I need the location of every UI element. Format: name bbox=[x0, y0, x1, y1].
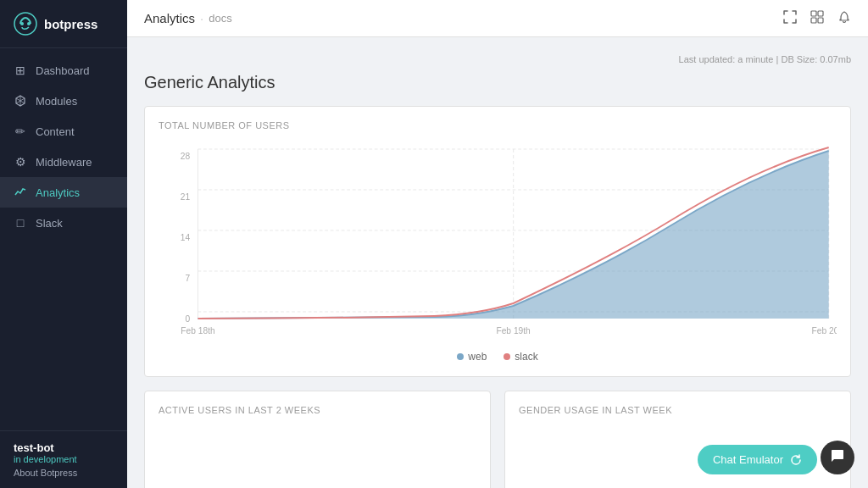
sidebar-item-analytics[interactable]: Analytics bbox=[0, 177, 127, 208]
sidebar-footer: test-bot in development About Botpress bbox=[0, 430, 127, 488]
sidebar-item-dashboard[interactable]: ⊞ Dashboard bbox=[0, 55, 127, 86]
status-bar: Last updated: a minute | DB Size: 0.07mb bbox=[144, 54, 851, 64]
svg-text:0: 0 bbox=[186, 313, 191, 324]
header-breadcrumb: Analytics · docs bbox=[144, 11, 232, 25]
sidebar-item-label: Modules bbox=[36, 95, 77, 108]
sidebar-navigation: ⊞ Dashboard Modules ✏ Content ⚙ Middlewa… bbox=[0, 48, 127, 430]
svg-text:28: 28 bbox=[181, 151, 190, 161]
page-title: Generic Analytics bbox=[144, 73, 851, 92]
total-users-chart-card: TOTAL NUMBER OF USERS 0 7 14 bbox=[144, 106, 851, 377]
svg-text:14: 14 bbox=[181, 232, 190, 242]
gender-usage-label: GENDER USAGE IN LAST WEEK bbox=[519, 405, 837, 415]
chat-emulator-label: Chat Emulator bbox=[713, 453, 783, 466]
sidebar-item-label: Content bbox=[36, 125, 75, 138]
svg-rect-6 bbox=[818, 18, 823, 23]
chat-emulator-button[interactable]: Chat Emulator bbox=[698, 445, 817, 474]
middleware-icon: ⚙ bbox=[14, 155, 27, 169]
slack-legend-dot bbox=[504, 353, 510, 360]
analytics-icon bbox=[14, 186, 27, 199]
svg-text:7: 7 bbox=[186, 273, 191, 283]
svg-text:21: 21 bbox=[181, 191, 190, 202]
botpress-logo-icon bbox=[14, 12, 37, 36]
sidebar-item-content[interactable]: ✏ Content bbox=[0, 116, 127, 147]
active-users-label: ACTIVE USERS IN LAST 2 WEEKS bbox=[159, 405, 476, 415]
grid-icon[interactable] bbox=[810, 10, 824, 27]
sidebar: botpress ⊞ Dashboard Modules ✏ Content ⚙… bbox=[0, 0, 127, 488]
header-actions bbox=[783, 10, 851, 27]
sidebar-item-label: Slack bbox=[36, 217, 63, 230]
modules-icon bbox=[14, 94, 27, 108]
header-separator: · bbox=[200, 11, 203, 25]
svg-text:Feb 18th: Feb 18th bbox=[181, 325, 214, 336]
legend-web: web bbox=[457, 351, 487, 363]
chart-container: 0 7 14 21 28 Feb 18th Feb 19th Feb 20th bbox=[159, 141, 837, 344]
svg-rect-5 bbox=[811, 18, 816, 23]
svg-point-0 bbox=[14, 13, 36, 35]
svg-text:Feb 19th: Feb 19th bbox=[496, 325, 530, 336]
about-botpress-link[interactable]: About Botpress bbox=[14, 468, 114, 478]
dashboard-icon: ⊞ bbox=[14, 64, 27, 77]
refresh-icon bbox=[790, 454, 802, 466]
bell-icon[interactable] bbox=[837, 10, 851, 27]
svg-point-2 bbox=[27, 22, 31, 25]
page-header: Analytics · docs bbox=[127, 0, 868, 37]
slack-icon: □ bbox=[14, 216, 27, 230]
content-area: Last updated: a minute | DB Size: 0.07mb… bbox=[127, 37, 868, 488]
bot-environment: in development bbox=[14, 454, 114, 464]
svg-rect-4 bbox=[818, 11, 823, 16]
web-legend-label: web bbox=[468, 351, 487, 363]
sidebar-item-middleware[interactable]: ⚙ Middleware bbox=[0, 147, 127, 177]
svg-text:Feb 20th: Feb 20th bbox=[812, 325, 837, 336]
logo-text: botpress bbox=[44, 17, 97, 31]
active-users-card: ACTIVE USERS IN LAST 2 WEEKS bbox=[144, 391, 491, 488]
bot-name: test-bot bbox=[14, 441, 114, 454]
fullscreen-icon[interactable] bbox=[783, 10, 797, 27]
sidebar-item-modules[interactable]: Modules bbox=[0, 86, 127, 116]
chat-bubble-icon bbox=[829, 447, 846, 469]
total-users-svg: 0 7 14 21 28 Feb 18th Feb 19th Feb 20th bbox=[159, 141, 837, 344]
sidebar-logo: botpress bbox=[0, 0, 127, 48]
sidebar-item-slack[interactable]: □ Slack bbox=[0, 208, 127, 238]
main-area: Analytics · docs bbox=[127, 0, 868, 488]
chart-legend: web slack bbox=[159, 351, 837, 363]
sidebar-item-label: Middleware bbox=[36, 156, 92, 169]
page-title-header: Analytics bbox=[144, 11, 195, 25]
sidebar-item-label: Analytics bbox=[36, 186, 80, 199]
svg-rect-3 bbox=[811, 11, 816, 16]
total-users-label: TOTAL NUMBER OF USERS bbox=[159, 120, 837, 130]
legend-slack: slack bbox=[504, 351, 537, 363]
slack-legend-label: slack bbox=[515, 351, 537, 363]
svg-point-1 bbox=[20, 22, 24, 25]
sidebar-item-label: Dashboard bbox=[36, 64, 90, 77]
web-legend-dot bbox=[457, 353, 464, 360]
header-subtitle: docs bbox=[209, 12, 231, 25]
chat-fab-button[interactable] bbox=[821, 441, 854, 474]
content-icon: ✏ bbox=[14, 125, 27, 138]
